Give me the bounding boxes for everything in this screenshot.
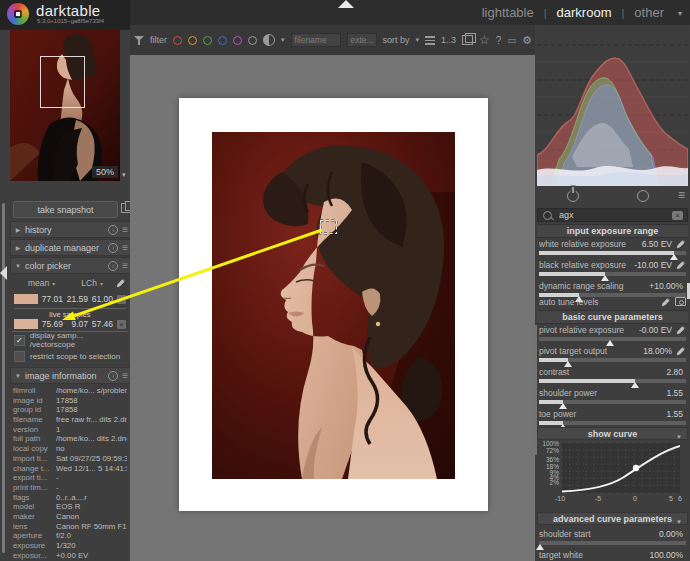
histogram-mode-icon[interactable]: [637, 190, 649, 202]
tab-darkroom[interactable]: darkroom: [557, 5, 612, 20]
eyedropper-icon[interactable]: [676, 260, 686, 270]
show-curve-header[interactable]: show curve ▼: [537, 427, 688, 440]
presets-menu-icon[interactable]: ≡: [122, 226, 128, 234]
auto-tune-levels-row[interactable]: auto tune levels: [539, 296, 686, 307]
histogram-menu-icon[interactable]: ≡: [678, 188, 685, 202]
picker-mode-select[interactable]: mean: [28, 278, 49, 288]
slider-black-relative-exposure[interactable]: black relative exposure-10.00 EV: [539, 259, 686, 280]
zoom-dropdown-icon[interactable]: ▾: [122, 171, 126, 179]
collapse-top-panel-handle[interactable]: [338, 0, 354, 8]
remove-sample-icon[interactable]: ×: [117, 295, 126, 304]
histogram-scope[interactable]: [537, 27, 688, 186]
color-label-green-icon[interactable]: [203, 36, 212, 45]
restrict-scope-checkbox-row[interactable]: restrict scope to selection: [14, 350, 128, 362]
duplicate-manager-module-header[interactable]: ▶ duplicate manager i ≡: [10, 239, 130, 256]
eyedropper-icon[interactable]: [661, 297, 671, 307]
snapshot-compare-icon[interactable]: [121, 203, 130, 213]
slider-toe-power[interactable]: toe power1.55: [539, 408, 686, 429]
left-panel-scrollbar[interactable]: [2, 203, 5, 553]
presets-menu-icon[interactable]: ≡: [122, 262, 128, 270]
image-info-row: local copyno: [13, 444, 127, 454]
slider-track[interactable]: [539, 251, 686, 255]
slider-pivot-target-output[interactable]: pivot target output18.00%: [539, 345, 686, 366]
expand-arrow-icon: ▶: [11, 244, 25, 251]
shortcuts-icon[interactable]: ▭: [507, 35, 516, 45]
eyedropper-icon[interactable]: [676, 239, 686, 249]
presets-menu-icon[interactable]: ≡: [122, 244, 128, 252]
color-label-toggle-icon[interactable]: [263, 34, 275, 46]
histogram-power-icon[interactable]: [567, 190, 579, 202]
color-label-red-icon[interactable]: [173, 36, 182, 45]
slider-track[interactable]: [539, 337, 686, 341]
slider-track[interactable]: [539, 358, 686, 362]
info-icon[interactable]: i: [108, 225, 118, 235]
slider-white-relative-exposure[interactable]: white relative exposure6.50 EV: [539, 238, 686, 259]
color-label-yellow-icon[interactable]: [188, 36, 197, 45]
tab-lighttable[interactable]: lighttable: [482, 5, 534, 20]
color-label-purple-icon[interactable]: [233, 36, 242, 45]
eyedropper-icon[interactable]: [116, 278, 126, 288]
image-info-row: print tim...-: [13, 483, 127, 493]
grouping-icon[interactable]: [462, 35, 473, 45]
slider-shoulder-power[interactable]: shoulder power1.55: [539, 387, 686, 408]
tone-curve-plot[interactable]: [562, 443, 680, 493]
module-search-input[interactable]: agx: [559, 210, 672, 220]
extension-filter-input[interactable]: exte...: [347, 33, 377, 47]
star-rating-icon[interactable]: ☆: [479, 33, 490, 47]
filename-filter-input[interactable]: filename: [291, 33, 341, 47]
slider-track[interactable]: [539, 400, 686, 404]
main-photo[interactable]: [212, 132, 455, 479]
tab-other[interactable]: other: [634, 5, 664, 20]
right-panel-scrollbar[interactable]: [535, 325, 537, 455]
slider-shoulder-start[interactable]: shoulder start0.00%: [539, 528, 686, 549]
slider-track[interactable]: [539, 379, 686, 383]
remove-live-sample-icon[interactable]: ×: [117, 320, 126, 329]
presets-menu-icon[interactable]: ≡: [122, 372, 128, 380]
slider-pivot-relative-exposure[interactable]: pivot relative exposure-0.00 EV: [539, 324, 686, 345]
checkbox-checked-icon[interactable]: ✓: [14, 335, 25, 346]
live-sample-row[interactable]: 75.69 9.07 57.46 ×: [14, 318, 126, 330]
views-dropdown-icon[interactable]: ▾: [678, 9, 682, 18]
display-samples-checkbox-row[interactable]: ✓ display samp... /vectorscope: [14, 334, 128, 346]
chevron-down-icon[interactable]: ▾: [281, 36, 285, 44]
info-icon[interactable]: i: [108, 261, 118, 271]
filter-funnel-icon[interactable]: [134, 35, 144, 45]
slider-target-white[interactable]: target white100.00%: [539, 549, 686, 561]
take-snapshot-button[interactable]: take snapshot: [13, 201, 118, 218]
camera-icon[interactable]: [675, 297, 686, 306]
module-search-box[interactable]: agx ×: [537, 208, 688, 222]
slider-track[interactable]: [539, 272, 686, 276]
chevron-down-icon: ▾: [52, 280, 55, 287]
slider-track[interactable]: [539, 541, 686, 545]
color-label-blue-icon[interactable]: [218, 36, 227, 45]
darkroom-canvas[interactable]: filter ▾ filename exte... sort by ▾ 1..3…: [130, 25, 535, 561]
navigation-thumbnail[interactable]: 50%: [10, 28, 120, 181]
sort-order-icon[interactable]: [425, 36, 435, 45]
image-information-module-header[interactable]: ▼ image information i ≡: [10, 367, 130, 384]
checkbox-unchecked-icon[interactable]: [14, 351, 25, 362]
slider-value: +10.00%: [649, 281, 683, 291]
eyedropper-icon[interactable]: [676, 346, 686, 356]
curve-ylabel: 2%: [535, 479, 559, 486]
slider-contrast[interactable]: contrast2.80: [539, 366, 686, 387]
color-picker-module-header[interactable]: ▼ color picker i ≡: [10, 257, 130, 274]
zoom-level-badge[interactable]: 50%: [92, 166, 118, 178]
color-label-none-icon[interactable]: [248, 36, 257, 45]
info-icon[interactable]: i: [108, 243, 118, 253]
clear-search-icon[interactable]: ×: [672, 211, 683, 220]
slider-track[interactable]: [539, 421, 686, 425]
preferences-gear-icon[interactable]: ⚙: [522, 34, 532, 47]
history-module-header[interactable]: ▶ history i ≡: [10, 221, 130, 238]
sample-color-swatch[interactable]: [14, 294, 38, 304]
info-value: +0.00 EV: [56, 551, 127, 561]
navigation-view-rectangle[interactable]: [40, 56, 85, 108]
eyedropper-icon[interactable]: [676, 325, 686, 335]
app-title: darktable: [36, 2, 100, 19]
live-sample-color-swatch[interactable]: [14, 319, 38, 329]
collapse-left-panel-handle[interactable]: [0, 266, 7, 280]
chevron-down-icon[interactable]: ▾: [416, 36, 420, 44]
help-icon[interactable]: ?: [496, 35, 502, 46]
picker-colorspace-select[interactable]: LCh: [81, 278, 97, 288]
info-icon[interactable]: i: [108, 371, 118, 381]
advanced-curve-parameters-header[interactable]: advanced curve parameters ▼: [537, 512, 688, 525]
